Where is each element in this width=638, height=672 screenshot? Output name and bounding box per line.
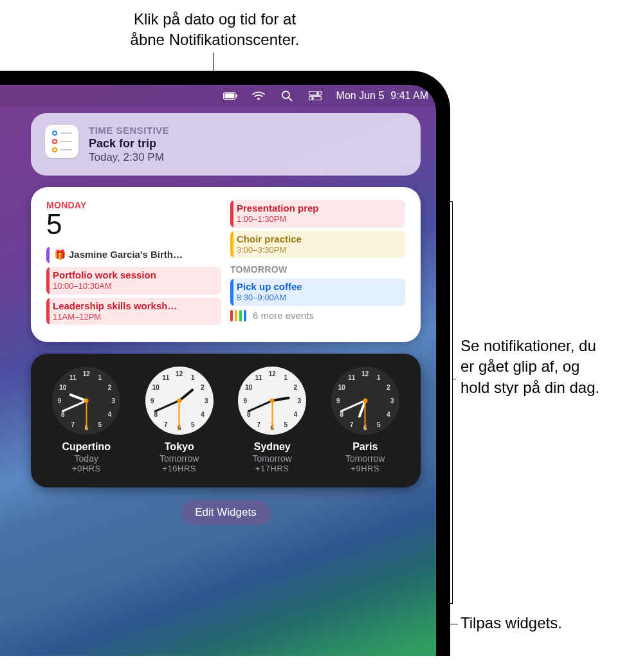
clock-cell: 123456789101112 Paris Tomorrow +9HRS [322, 367, 410, 473]
calendar-more-text: 6 more events [253, 310, 314, 321]
clock-face: 123456789101112 [331, 367, 399, 435]
callout-line [453, 379, 456, 379]
calendar-tomorrow-label: TOMORROW [230, 264, 405, 275]
svg-rect-2 [235, 94, 237, 97]
clock-offset: +17HRS [255, 464, 289, 473]
calendar-event: Choir practice 3:00–3:30PM [230, 231, 405, 259]
notification-label: TIME SENSITIVE [89, 125, 406, 136]
menubar-datetime[interactable]: Mon Jun 5 9:41 AM [336, 90, 428, 102]
callout-top-text: Klik på dato og tid for at åbne Notifika… [131, 10, 300, 48]
svg-point-3 [282, 91, 289, 98]
calendar-more-events: 6 more events [230, 310, 405, 322]
calendar-day-number: 5 [46, 210, 221, 239]
menubar-time: 9:41 AM [390, 90, 428, 102]
clock-city: Paris [352, 441, 378, 453]
search-icon[interactable] [280, 90, 294, 102]
clock-cell: 123456789101112 Tokyo Tomorrow +16HRS [136, 367, 224, 473]
reminders-app-icon [45, 125, 78, 158]
clock-cell: 123456789101112 Cupertino Today +0HRS [42, 367, 131, 473]
world-clock-widget[interactable]: 123456789101112 Cupertino Today +0HRS 12… [31, 354, 421, 487]
edit-widgets-button[interactable]: Edit Widgets [181, 500, 270, 525]
clock-day: Tomorrow [345, 453, 385, 464]
svg-rect-7 [309, 96, 322, 100]
callout-edit: Tilpas widgets. [460, 613, 562, 633]
calendar-event: Leadership skills worksh… 11AM–12PM [46, 298, 221, 325]
svg-point-8 [311, 97, 314, 100]
clock-day: Today [75, 453, 98, 464]
device-bezel: Mon Jun 5 9:41 AM TIME SENSITIVE Pack fo… [0, 71, 450, 656]
clock-day: Tomorrow [160, 453, 199, 464]
notification-subtitle: Today, 2:30 PM [89, 151, 406, 164]
svg-rect-1 [224, 93, 234, 98]
clock-city: Sydney [254, 441, 291, 453]
callout-edit-text: Tilpas widgets. [460, 614, 562, 631]
callout-right: Se notifikationer, du er gået glip af, o… [460, 336, 599, 398]
notification-title: Pack for trip [89, 137, 406, 150]
svg-line-4 [289, 98, 292, 101]
calendar-event: Pick up coffee 8:30–9:00AM [230, 278, 405, 306]
calendar-event: 🎁Jasmine Garcia's Birth… [46, 246, 221, 264]
clock-city: Cupertino [62, 441, 111, 453]
clock-offset: +0HRS [72, 464, 101, 473]
callout-top: Klik på dato og tid for at åbne Notifika… [105, 9, 324, 51]
clock-offset: +16HRS [163, 464, 197, 473]
clock-face: 123456789101112 [145, 367, 214, 435]
calendar-day-label: MONDAY [46, 200, 221, 210]
callout-line [213, 53, 214, 73]
calendar-widget[interactable]: MONDAY 5 🎁Jasmine Garcia's Birth… Portfo… [31, 187, 421, 342]
clock-cell: 123456789101112 Sydney Tomorrow +17HRS [228, 367, 316, 473]
clock-day: Tomorrow [253, 453, 292, 464]
menubar-date: Mon Jun 5 [336, 90, 385, 102]
clock-offset: +9HRS [351, 464, 379, 473]
control-center-icon[interactable] [308, 90, 322, 102]
notification-center: TIME SENSITIVE Pack for trip Today, 2:30… [31, 113, 421, 656]
device-screen: Mon Jun 5 9:41 AM TIME SENSITIVE Pack fo… [0, 85, 436, 656]
clock-city: Tokyo [165, 441, 194, 453]
calendar-event: Presentation prep 1:00–1:30PM [230, 200, 405, 228]
clock-face: 123456789101112 [238, 367, 306, 435]
clock-face: 123456789101112 [52, 367, 120, 435]
reminder-notification[interactable]: TIME SENSITIVE Pack for trip Today, 2:30… [31, 113, 421, 176]
svg-rect-5 [309, 91, 322, 95]
battery-icon[interactable] [223, 90, 237, 102]
menubar: Mon Jun 5 9:41 AM [0, 85, 436, 107]
calendar-event: Portfolio work session 10:00–10:30AM [46, 267, 221, 295]
svg-point-6 [316, 92, 319, 95]
callout-right-text: Se notifikationer, du er gået glip af, o… [460, 337, 599, 396]
wifi-icon[interactable] [251, 90, 266, 102]
